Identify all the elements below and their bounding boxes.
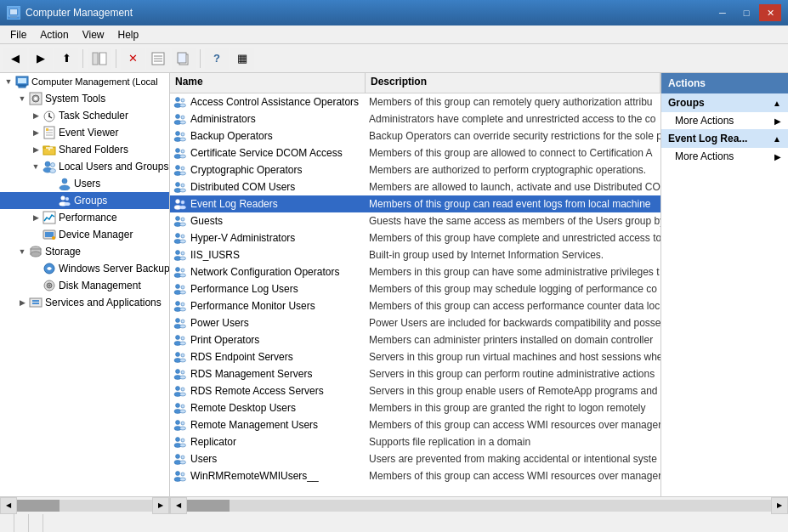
- expand-eventviewer[interactable]: ▶: [29, 128, 43, 137]
- toolbar-copy[interactable]: [172, 48, 196, 70]
- tree-item-wsbackup[interactable]: ▶ Windows Server Backup: [0, 260, 169, 277]
- toolbar-back[interactable]: ◀: [3, 48, 27, 70]
- menu-file[interactable]: File: [3, 27, 33, 42]
- tree-item-eventviewer[interactable]: ▶ Event Viewer: [0, 124, 169, 141]
- table-row[interactable]: Performance Monitor UsersMembers of this…: [170, 297, 660, 314]
- tree-item-groups[interactable]: ▶ Groups: [0, 192, 169, 209]
- table-row[interactable]: Remote Management UsersMembers of this g…: [170, 416, 660, 433]
- toolbar-up[interactable]: ⬆: [54, 48, 78, 70]
- group-icon: [173, 367, 187, 381]
- expand-root[interactable]: ▼: [2, 77, 15, 86]
- more-actions-groups-label: More Actions: [675, 115, 734, 127]
- tree-scroll-left[interactable]: ◀: [0, 497, 17, 514]
- actions-section-eventlog[interactable]: Event Log Rea... ▲: [661, 129, 788, 148]
- svg-point-144: [181, 473, 184, 476]
- table-row[interactable]: Print OperatorsMembers can administer pr…: [170, 331, 660, 348]
- maximize-button[interactable]: □: [735, 4, 757, 21]
- table-row[interactable]: Event Log ReadersMembers of this group c…: [170, 195, 660, 212]
- table-row[interactable]: Certificate Service DCOM AccessMembers o…: [170, 144, 660, 161]
- tree-item-services[interactable]: ▶ Services and Applications: [0, 294, 169, 311]
- expand-systemtools[interactable]: ▼: [15, 94, 29, 103]
- toolbar-help[interactable]: ?: [205, 48, 229, 70]
- status-bar: [0, 513, 788, 532]
- group-name-cell: RDS Remote Access Servers: [170, 382, 366, 399]
- svg-rect-4: [99, 53, 106, 65]
- group-name-cell: Users: [170, 450, 366, 467]
- group-name-cell: Event Log Readers: [170, 195, 366, 212]
- tree-item-storage[interactable]: ▼ Storage: [0, 243, 169, 260]
- table-row[interactable]: RDS Management ServersServers in this gr…: [170, 365, 660, 382]
- tree-scroll-right[interactable]: ▶: [152, 497, 169, 514]
- tree-item-diskmgmt[interactable]: ▶ Disk Management: [0, 277, 169, 294]
- table-row[interactable]: Power UsersPower Users are included for …: [170, 314, 660, 331]
- group-name-text: Hyper-V Administrators: [190, 232, 295, 244]
- table-row[interactable]: Backup OperatorsBackup Operators can ove…: [170, 127, 660, 144]
- tree-pane[interactable]: ▼ Computer Management (Local ▼: [0, 73, 170, 496]
- toolbar-forward[interactable]: ▶: [29, 48, 53, 70]
- group-icon: [173, 146, 187, 160]
- actions-pane: Actions Groups ▲ More Actions ▶ Event Lo…: [660, 73, 788, 496]
- close-button[interactable]: ✕: [759, 4, 781, 21]
- content-scroll-right[interactable]: ▶: [771, 497, 788, 514]
- menu-action[interactable]: Action: [33, 27, 75, 42]
- groups-list[interactable]: Access Control Assistance OperatorsMembe…: [170, 93, 660, 496]
- actions-more-actions-eventlog[interactable]: More Actions ▶: [661, 148, 788, 165]
- minimize-button[interactable]: ─: [711, 4, 734, 21]
- table-row[interactable]: IIS_IUSRSBuilt-in group used by Internet…: [170, 246, 660, 263]
- toolbar-show-hide[interactable]: [88, 48, 111, 70]
- toolbar-delete[interactable]: ✕: [121, 48, 145, 70]
- tree-item-systemtools[interactable]: ▼ System Tools: [0, 90, 169, 107]
- actions-section-groups[interactable]: Groups ▲: [661, 93, 788, 112]
- group-name-cell: Cryptographic Operators: [170, 161, 366, 178]
- group-name-text: WinRMRemoteWMIUsers__: [190, 470, 319, 482]
- tree-scroll-thumb[interactable]: [17, 500, 60, 512]
- content-scroll-thumb[interactable]: [187, 500, 230, 512]
- expand-taskscheduler[interactable]: ▶: [29, 111, 43, 120]
- tree-item-devicemanager[interactable]: ▶ Device Manager: [0, 226, 169, 243]
- table-row[interactable]: AdministratorsAdministrators have comple…: [170, 110, 660, 127]
- tree-item-root[interactable]: ▼ Computer Management (Local: [0, 73, 169, 90]
- expand-storage[interactable]: ▼: [15, 247, 29, 256]
- tree-item-performance[interactable]: ▶ Performance: [0, 209, 169, 226]
- expand-services[interactable]: ▶: [15, 298, 29, 307]
- table-row[interactable]: ReplicatorSupports file replication in a…: [170, 433, 660, 450]
- svg-point-124: [181, 388, 184, 391]
- backup-icon: [43, 262, 56, 275]
- toolbar-grid[interactable]: ▦: [230, 48, 254, 70]
- table-row[interactable]: GuestsGuests have the same access as mem…: [170, 212, 660, 229]
- actions-more-actions-groups[interactable]: More Actions ▶: [661, 112, 788, 129]
- menu-view[interactable]: View: [76, 27, 111, 42]
- table-row[interactable]: Cryptographic OperatorsMembers are autho…: [170, 161, 660, 178]
- svg-point-58: [176, 115, 180, 119]
- table-row[interactable]: Distributed COM UsersMembers are allowed…: [170, 178, 660, 195]
- table-row[interactable]: Remote Desktop UsersMembers in this grou…: [170, 399, 660, 416]
- table-row[interactable]: RDS Remote Access ServersServers in this…: [170, 382, 660, 399]
- svg-point-122: [176, 387, 180, 391]
- table-row[interactable]: Network Configuration OperatorsMembers i…: [170, 263, 660, 280]
- tree-item-users[interactable]: ▶ Users: [0, 175, 169, 192]
- svg-point-114: [176, 353, 180, 357]
- col-header-description[interactable]: Description: [366, 73, 660, 93]
- expand-performance[interactable]: ▶: [29, 213, 43, 222]
- table-row[interactable]: Hyper-V AdministratorsMembers of this gr…: [170, 229, 660, 246]
- group-name-text: RDS Remote Access Servers: [190, 385, 324, 397]
- toolbar-sep3: [200, 49, 201, 68]
- col-header-name[interactable]: Name: [170, 73, 366, 93]
- table-row[interactable]: RDS Endpoint ServersServers in this grou…: [170, 348, 660, 365]
- table-row[interactable]: UsersUsers are prevented from making acc…: [170, 450, 660, 467]
- content-scroll-left[interactable]: ◀: [170, 497, 187, 514]
- table-row[interactable]: WinRMRemoteWMIUsers__Members of this gro…: [170, 467, 660, 484]
- tree-item-sharedfolders[interactable]: ▶ Shared Folders: [0, 141, 169, 158]
- tree-item-localusers[interactable]: ▼ Local Users and Groups: [0, 158, 169, 175]
- expand-localusers[interactable]: ▼: [29, 162, 43, 171]
- main-area: ▼ Computer Management (Local ▼: [0, 73, 788, 496]
- svg-point-110: [176, 336, 180, 340]
- expand-sharedfolders[interactable]: ▶: [29, 145, 43, 154]
- group-description-cell: Administrators have complete and unrestr…: [366, 111, 660, 127]
- table-row[interactable]: Access Control Assistance OperatorsMembe…: [170, 93, 660, 110]
- tree-item-taskscheduler[interactable]: ▶ Task Scheduler: [0, 107, 169, 124]
- group-description-cell: Members can administer printers installe…: [366, 332, 660, 348]
- toolbar-properties[interactable]: [146, 48, 170, 70]
- menu-help[interactable]: Help: [111, 27, 146, 42]
- table-row[interactable]: Performance Log UsersMembers of this gro…: [170, 280, 660, 297]
